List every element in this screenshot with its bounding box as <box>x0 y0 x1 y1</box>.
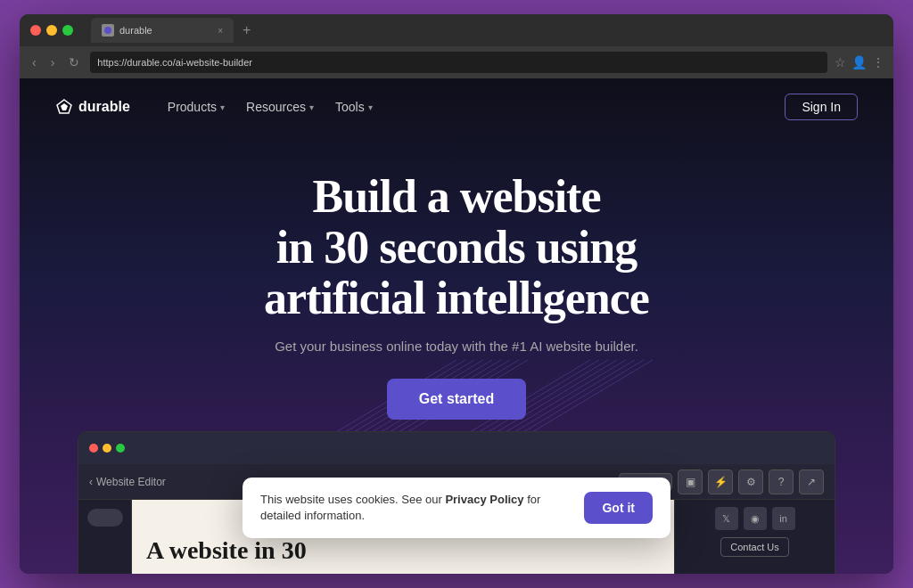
profile-icon[interactable]: 👤 <box>851 55 867 69</box>
tools-chevron-icon: ▾ <box>368 102 373 112</box>
svg-marker-19 <box>61 103 68 110</box>
products-nav-link[interactable]: Products ▾ <box>159 94 234 119</box>
editor-back-button[interactable]: ‹ Website Editor <box>89 476 166 488</box>
logo-icon <box>55 98 73 116</box>
tab-close-icon[interactable]: × <box>218 26 223 36</box>
nav-right: Sign In <box>785 94 858 120</box>
editor-traffic-lights <box>89 444 125 453</box>
share-button[interactable]: ↗ <box>799 470 824 494</box>
cookie-accept-button[interactable]: Got it <box>584 492 653 524</box>
get-started-button[interactable]: Get started <box>387 379 526 420</box>
browser-titlebar: durable × + <box>20 14 893 46</box>
settings-button[interactable]: ⚙ <box>738 470 763 494</box>
more-menu-icon[interactable]: ⋮ <box>872 55 884 69</box>
editor-titlebar <box>78 432 835 464</box>
browser-window: durable × + ‹ › ↻ https://durable.co/ai-… <box>20 14 893 574</box>
resources-nav-link[interactable]: Resources ▾ <box>237 94 323 119</box>
close-button[interactable] <box>30 25 41 36</box>
hero-title: Build a website in 30 seconds using arti… <box>264 171 649 324</box>
tab-favicon <box>102 24 114 37</box>
svg-point-0 <box>104 27 111 34</box>
desktop-view-button[interactable]: ▣ <box>678 470 703 494</box>
instagram-icon[interactable]: ◉ <box>744 507 767 530</box>
bookmark-icon[interactable]: ☆ <box>835 55 846 69</box>
tools-nav-link[interactable]: Tools ▾ <box>326 94 382 119</box>
back-nav-button[interactable]: ‹ <box>29 53 40 71</box>
url-display: https://durable.co/ai-website-builder <box>97 57 252 68</box>
traffic-lights <box>30 25 73 36</box>
browser-toolbar: ‹ › ↻ https://durable.co/ai-website-buil… <box>20 46 893 78</box>
editor-site-preview-text: A website in 30 <box>146 536 307 565</box>
nav-links: Products ▾ Resources ▾ Tools ▾ <box>159 94 382 119</box>
sidebar-toggle[interactable] <box>87 509 123 527</box>
tab-bar: durable × + <box>91 18 883 43</box>
editor-right-panel: 𝕏 ◉ in Contact Us <box>674 500 835 574</box>
help-button[interactable]: ? <box>769 470 794 494</box>
forward-nav-button[interactable]: › <box>47 53 59 71</box>
refresh-button[interactable]: ↻ <box>65 53 83 71</box>
minimize-button[interactable] <box>46 25 57 36</box>
cookie-text: This website uses cookies. See our Priva… <box>260 492 570 524</box>
maximize-button[interactable] <box>62 25 73 36</box>
resources-chevron-icon: ▾ <box>309 102 314 112</box>
site-logo[interactable]: durable <box>55 98 130 116</box>
editor-minimize-light <box>103 444 111 453</box>
twitter-icon[interactable]: 𝕏 <box>715 507 738 530</box>
active-tab[interactable]: durable × <box>91 18 234 43</box>
toolbar-actions: ☆ 👤 ⋮ <box>835 55 884 69</box>
editor-close-light <box>89 444 98 453</box>
editor-sidebar <box>78 500 132 574</box>
website-content: durable Products ▾ Resources ▾ Tools ▾ <box>20 78 893 574</box>
new-tab-button[interactable]: + <box>237 22 256 38</box>
hero-content: Build a website in 30 seconds using arti… <box>20 135 893 420</box>
contact-us-button[interactable]: Contact Us <box>720 537 788 557</box>
cookie-banner: This website uses cookies. See our Priva… <box>243 478 670 538</box>
products-chevron-icon: ▾ <box>220 102 225 112</box>
address-bar[interactable]: https://durable.co/ai-website-builder <box>90 52 827 73</box>
site-navbar: durable Products ▾ Resources ▾ Tools ▾ <box>20 78 893 135</box>
privacy-policy-link[interactable]: Privacy Policy <box>445 493 523 506</box>
hero-subtitle: Get your business online today with the … <box>275 339 638 354</box>
logo-text: durable <box>78 99 130 115</box>
social-icons: 𝕏 ◉ in <box>715 507 795 530</box>
editor-maximize-light <box>116 444 125 453</box>
linkedin-icon[interactable]: in <box>772 507 795 530</box>
back-arrow-icon: ‹ <box>89 476 93 488</box>
lightning-button[interactable]: ⚡ <box>708 470 733 494</box>
tab-title: durable <box>119 25 212 36</box>
sign-in-button[interactable]: Sign In <box>785 94 858 120</box>
